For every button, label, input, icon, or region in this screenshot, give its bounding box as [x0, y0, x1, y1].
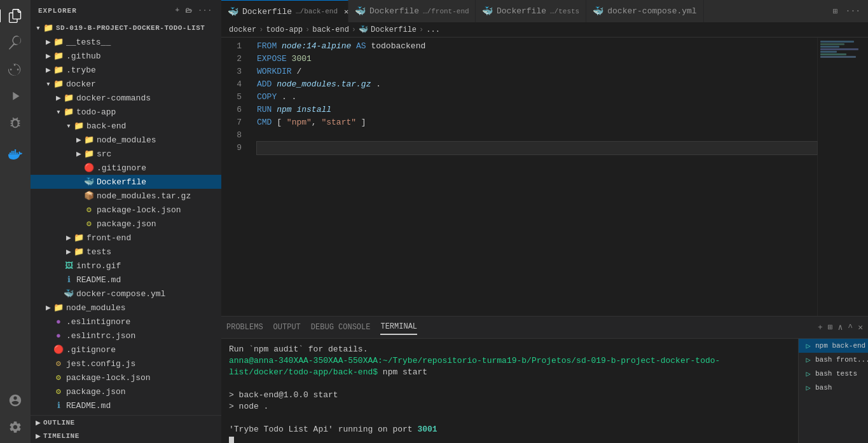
line-num-6: 6 [221, 104, 247, 116]
line-num-8: 8 [221, 129, 247, 142]
maximize-panel-icon[interactable]: ^ [848, 323, 853, 332]
run-debug-icon[interactable] [4, 85, 26, 107]
line-num-7: 7 [221, 116, 247, 129]
github-folder[interactable]: ▶ 📁 .github [31, 49, 221, 63]
breadcrumb-back-end[interactable]: back-end [312, 25, 349, 34]
new-terminal-icon[interactable]: + [818, 323, 823, 332]
root-folder[interactable]: ▾ 📁 SD-019-B-PROJECT-DOCKER-TODO-LIST [31, 21, 221, 35]
src-icon: 📁 [84, 149, 94, 159]
line-num-4: 4 [221, 78, 247, 91]
timeline-label: TIMELINE [43, 432, 221, 440]
line-num-9: 9 [221, 142, 247, 154]
terminal-content[interactable]: Run `npm audit` for details. anna@anna-3… [221, 339, 798, 443]
split-terminal-icon[interactable]: ⊞ [828, 322, 833, 332]
tab-bar: 🐳 Dockerfile …/back-end ✕ 🐳 Dockerfile …… [221, 0, 868, 22]
timeline-section[interactable]: ▶ TIMELINE [31, 429, 221, 443]
terminal-process-npm[interactable]: ▷ npm back-end [799, 339, 868, 353]
split-editor-icon[interactable]: ⊞ [830, 5, 841, 18]
package-lock-file[interactable]: ▶ ⚙ package-lock.json [31, 203, 221, 217]
minimap-line-2 [820, 43, 844, 45]
root-gitignore-file[interactable]: ▶ 🔴 .gitignore [31, 343, 221, 357]
tests-folder[interactable]: ▶ 📁 __tests__ [31, 35, 221, 49]
sidebar: EXPLORER + 🗁 ··· ▾ 📁 SD-019-B-PROJECT-DO… [31, 0, 221, 443]
eslintrc-file[interactable]: ▶ ● .eslintrc.json [31, 329, 221, 343]
front-end-icon: 📁 [74, 233, 84, 243]
docker-folder[interactable]: ▾ 📁 docker [31, 77, 221, 91]
eslintrc-label: .eslintrc.json [66, 331, 221, 341]
kill-terminal-icon[interactable]: ∧ [838, 322, 843, 332]
more-tab-actions-icon[interactable]: ··· [843, 5, 863, 17]
eslintignore-icon: ● [53, 317, 64, 327]
breadcrumb-todo-app[interactable]: todo-app [266, 25, 303, 34]
tests-subfolder-label: tests [86, 247, 221, 257]
activity-bar-bottom [4, 390, 26, 443]
eslintignore-file[interactable]: ▶ ● .eslintignore [31, 315, 221, 329]
tab-yaml-icon: 🐳 [593, 6, 603, 17]
back-end-folder[interactable]: ▾ 📁 back-end [31, 119, 221, 133]
root-package-json-file[interactable]: ▶ ⚙ package.json [31, 385, 221, 399]
terminal-process-bash-front[interactable]: ▷ bash front... [799, 353, 868, 367]
docker-compose-file[interactable]: ▶ 🐳 docker-compose.yml [31, 287, 221, 301]
tab-terminal[interactable]: TERMINAL [380, 320, 417, 335]
docker-commands-folder[interactable]: ▶ 📁 docker-commands [31, 91, 221, 105]
tab-output[interactable]: OUTPUT [273, 320, 301, 334]
more-options-icon[interactable]: ··· [196, 5, 214, 16]
kw-tarfile: node_modules.tar.gz [277, 78, 371, 91]
package-json-file[interactable]: ▶ ⚙ package.json [31, 217, 221, 231]
code-content[interactable]: FROM node:14-alpine AS todobackend EXPOS… [247, 37, 817, 316]
tests-subfolder[interactable]: ▶ 📁 tests [31, 245, 221, 259]
readme-file[interactable]: ▶ ℹ README.md [31, 273, 221, 287]
root-readme-file[interactable]: ▶ ℹ README.md [31, 399, 221, 412]
tab-dockerfile-tests[interactable]: 🐳 Dockerfile …/tests [476, 0, 586, 22]
front-end-label: front-end [86, 233, 221, 243]
search-icon[interactable] [4, 32, 26, 53]
back-end-label: back-end [86, 121, 221, 131]
kw-node: node:14-alpine [282, 40, 351, 53]
terminal-process-bash[interactable]: ▷ bash [799, 381, 868, 395]
jest-config-file[interactable]: ▶ ⚙ jest.config.js [31, 357, 221, 371]
root-package-lock-file[interactable]: ▶ ⚙ package-lock.json [31, 371, 221, 385]
todo-app-folder[interactable]: ▾ 📁 todo-app [31, 105, 221, 119]
root-node-modules-icon: 📁 [53, 303, 64, 313]
root-node-modules-folder[interactable]: ▶ 📁 node_modules [31, 301, 221, 315]
proc-bash-front-label: bash front... [815, 356, 868, 364]
explorer-icon[interactable] [4, 5, 26, 27]
tab-dockerfile-frontend[interactable]: 🐳 Dockerfile …/front-end [348, 0, 476, 22]
tab-docker-icon-3: 🐳 [482, 6, 493, 17]
gitignore-file[interactable]: ▶ 🔴 .gitignore [31, 161, 221, 175]
jest-label: jest.config.js [66, 359, 221, 369]
terminal-process-bash-tests[interactable]: ▷ bash tests [799, 367, 868, 381]
source-control-icon[interactable] [4, 58, 26, 80]
trybe-folder-chevron: ▶ [43, 65, 53, 75]
close-panel-icon[interactable]: ✕ [858, 322, 863, 332]
dockerfile-file[interactable]: ▶ 🐳 Dockerfile [31, 175, 221, 189]
tab-problems[interactable]: PROBLEMS [226, 320, 263, 334]
extensions-icon[interactable] [4, 112, 26, 133]
front-end-chevron: ▶ [64, 233, 74, 243]
outline-section[interactable]: ▶ OUTLINE [31, 415, 221, 429]
kw-dotdot: . . [282, 91, 296, 104]
docker-activity-icon[interactable] [4, 144, 26, 165]
src-folder[interactable]: ▶ 📁 src [31, 147, 221, 161]
back-end-icon: 📁 [74, 121, 84, 131]
node-modules-folder[interactable]: ▶ 📁 node_modules [31, 133, 221, 147]
front-end-folder[interactable]: ▶ 📁 front-end [31, 231, 221, 245]
tab-docker-compose[interactable]: 🐳 docker-compose.yml [586, 0, 703, 22]
breadcrumb-ellipsis[interactable]: ... [426, 25, 440, 34]
settings-icon[interactable] [4, 416, 26, 438]
trybe-folder-icon: 📁 [53, 65, 64, 75]
npm-audit-text: Run `npm audit` for details. [229, 344, 368, 354]
node-modules-targz-file[interactable]: ▶ 📦 node_modules.tar.gz [31, 189, 221, 203]
trybe-folder[interactable]: ▶ 📁 .trybe [31, 63, 221, 77]
minimap-line-7 [820, 56, 856, 58]
account-icon[interactable] [4, 390, 26, 411]
breadcrumb-dockerfile[interactable]: Dockerfile [371, 25, 417, 34]
tab-label-3: Dockerfile [497, 6, 546, 16]
new-folder-icon[interactable]: 🗁 [184, 5, 194, 16]
src-label: src [97, 149, 221, 159]
new-file-icon[interactable]: + [174, 5, 182, 16]
tab-debug-console[interactable]: DEBUG CONSOLE [311, 320, 371, 334]
intro-gif-file[interactable]: ▶ 🖼 intro.gif [31, 259, 221, 273]
breadcrumb-docker[interactable]: docker [229, 25, 256, 34]
tab-dockerfile-backend[interactable]: 🐳 Dockerfile …/back-end ✕ [221, 0, 348, 22]
